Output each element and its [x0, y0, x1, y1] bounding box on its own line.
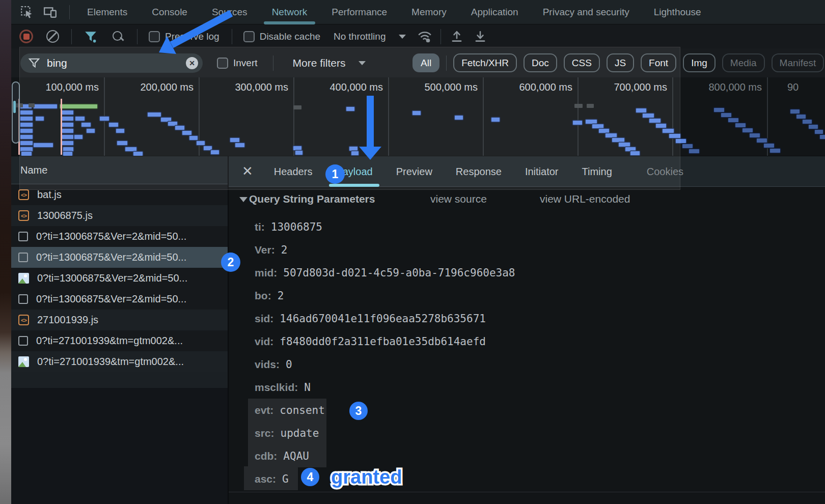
param-key: evt	[255, 404, 273, 416]
image-file-icon	[18, 273, 29, 284]
waterfall-bar	[60, 104, 97, 108]
chip-manifest[interactable]: Manifest	[772, 53, 824, 72]
waterfall-bar	[790, 109, 800, 114]
table-row[interactable]: 0?ti=13006875&Ver=2&mid=50...	[11, 289, 228, 310]
waterfall-tick-label: 100,000 ms	[17, 81, 99, 94]
waterfall-bar	[625, 147, 636, 151]
disable-cache-checkbox[interactable]	[243, 31, 255, 42]
waterfall-bar	[669, 134, 680, 138]
table-row[interactable]: <>13006875.js	[11, 205, 228, 226]
waterfall-bar	[182, 131, 191, 135]
throttling-select[interactable]: No throttling	[334, 31, 386, 42]
waterfall-bar	[34, 104, 57, 108]
table-row[interactable]: <>bat.js	[11, 184, 228, 205]
request-name: 0?ti=13006875&Ver=2&mid=50...	[36, 251, 186, 263]
waterfall-bar	[189, 136, 198, 140]
resource-type-chips: All Fetch/XHR Doc CSS JS Font Img Media …	[413, 48, 825, 77]
param-key: vid	[255, 335, 273, 347]
tab-label: Network	[272, 7, 308, 17]
table-row[interactable]: 0?ti=13006875&Ver=2&mid=50...	[11, 268, 228, 289]
selected-tab-underline	[329, 184, 379, 187]
filter-input[interactable]	[46, 57, 186, 70]
request-table: Name <>bat.js <>13006875.js 0?ti=1300687…	[11, 156, 228, 504]
search-icon[interactable]	[112, 30, 125, 43]
chevron-down-icon[interactable]	[239, 197, 248, 202]
waterfall-bar	[587, 104, 594, 108]
chip-media[interactable]: Media	[722, 53, 765, 72]
tab-sources[interactable]: Sources	[200, 0, 260, 24]
param-row: sid146ad670041e11f096eaa5278b635671	[229, 307, 825, 330]
param-value: update	[281, 427, 319, 439]
chevron-down-icon[interactable]	[359, 61, 366, 65]
tab-network[interactable]: Network	[260, 0, 320, 24]
inspect-element-icon[interactable]	[19, 5, 35, 20]
name-column-header[interactable]: Name	[11, 156, 228, 184]
filter-text-field[interactable]: ✕	[20, 53, 203, 73]
table-row[interactable]: 0?ti=271001939&tm=gtm002&...	[11, 330, 228, 351]
param-row: Ver2	[229, 238, 825, 261]
network-overview-waterfall[interactable]: 100,000 ms200,000 ms300,000 ms400,000 ms…	[11, 77, 825, 156]
invert-checkbox[interactable]	[217, 58, 228, 69]
tab-preview[interactable]: Preview	[384, 156, 444, 187]
background-page-sliver	[0, 0, 11, 504]
overview-drag-handle[interactable]	[12, 81, 20, 144]
chip-fetch-xhr[interactable]: Fetch/XHR	[453, 53, 517, 72]
tab-performance[interactable]: Performance	[319, 0, 399, 24]
divider	[446, 55, 447, 71]
tab-console[interactable]: Console	[140, 0, 200, 24]
chevron-down-icon[interactable]	[399, 35, 406, 39]
request-name: 0?ti=13006875&Ver=2&mid=50...	[36, 231, 186, 242]
chip-font[interactable]: Font	[641, 53, 676, 72]
table-row[interactable]: <>271001939.js	[11, 310, 228, 330]
tab-application[interactable]: Application	[459, 0, 531, 24]
import-har-icon[interactable]	[449, 29, 464, 44]
param-value: 2	[281, 244, 288, 256]
chip-img[interactable]: Img	[683, 53, 716, 72]
table-row-selected[interactable]: 0?ti=13006875&Ver=2&mid=50...	[11, 247, 228, 268]
waterfall-bar	[721, 113, 731, 117]
close-icon[interactable]: ✕	[229, 163, 262, 179]
waterfall-bar	[125, 147, 136, 151]
tab-timing[interactable]: Timing	[570, 156, 623, 187]
tab-memory[interactable]: Memory	[399, 0, 459, 24]
table-row[interactable]: 0?ti=13006875&Ver=2&mid=50...	[11, 226, 228, 247]
tab-label: Memory	[411, 7, 447, 17]
table-row[interactable]: 0?ti=271001939&tm=gtm002&...	[11, 351, 228, 372]
network-conditions-icon[interactable]	[417, 29, 432, 44]
record-icon[interactable]	[19, 30, 33, 43]
param-row: ti13006875	[229, 215, 825, 238]
tab-elements[interactable]: Elements	[75, 0, 140, 24]
chip-doc[interactable]: Doc	[524, 53, 557, 72]
waterfall-bar	[599, 129, 609, 133]
waterfall-bar	[204, 146, 212, 150]
tab-initiator[interactable]: Initiator	[513, 156, 570, 187]
param-value: 507d803d-d021-4c59-a0ba-7196c960e3a8	[283, 267, 515, 279]
chip-css[interactable]: CSS	[564, 53, 600, 72]
waterfall-gridline	[578, 77, 579, 156]
view-source-link[interactable]: view source	[430, 193, 487, 205]
clear-filter-icon[interactable]: ✕	[186, 57, 198, 69]
chip-js[interactable]: JS	[607, 53, 634, 72]
divider	[71, 29, 72, 44]
preserve-log-checkbox[interactable]	[149, 31, 160, 42]
tab-lighthouse[interactable]: Lighthouse	[642, 0, 713, 24]
chip-all[interactable]: All	[413, 53, 439, 72]
clear-icon[interactable]	[46, 30, 59, 43]
tab-privacy-and-security[interactable]: Privacy and security	[531, 0, 642, 24]
filter-icon[interactable]	[83, 29, 98, 44]
tab-cookies[interactable]: Cookies	[635, 156, 695, 187]
waterfall-bar	[100, 117, 109, 121]
script-file-icon: <>	[18, 210, 29, 221]
more-filters-button[interactable]: More filters	[293, 57, 346, 69]
waterfall-bar	[743, 128, 753, 132]
device-toolbar-icon[interactable]	[43, 5, 58, 20]
waterfall-bar	[230, 138, 239, 142]
param-key: vids	[255, 358, 280, 370]
view-url-encoded-link[interactable]: view URL-encoded	[540, 193, 630, 205]
tab-response[interactable]: Response	[444, 156, 513, 187]
tab-headers[interactable]: Headers	[262, 156, 324, 187]
section-title: Query String Parameters	[249, 193, 375, 205]
export-har-icon[interactable]	[473, 29, 488, 44]
script-file-icon: <>	[18, 315, 29, 325]
waterfall-bar	[34, 143, 53, 147]
